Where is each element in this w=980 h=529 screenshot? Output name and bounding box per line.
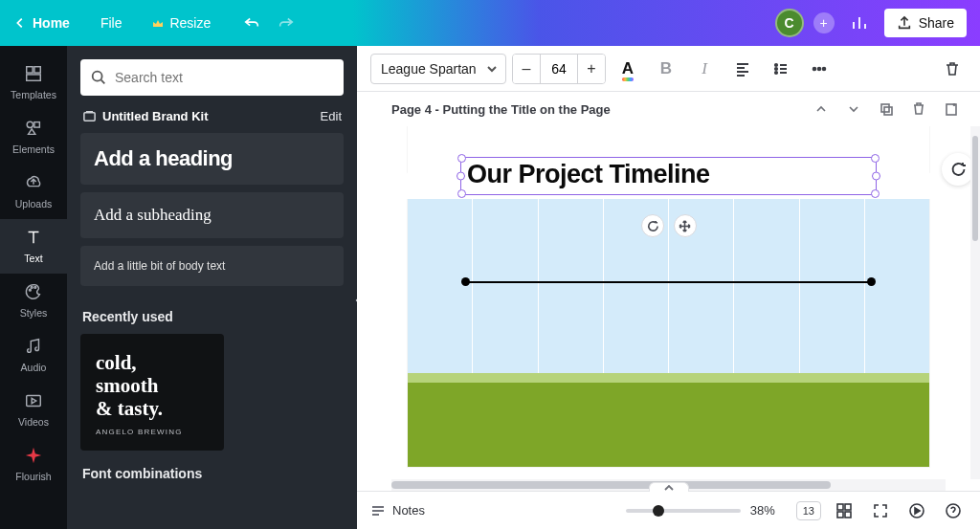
flourish-icon: [23, 445, 44, 466]
zoom-slider[interactable]: [626, 509, 741, 513]
zoom-percent[interactable]: 38%: [750, 503, 787, 518]
resize-handle-tl[interactable]: [457, 154, 466, 163]
regenerate-button[interactable]: [942, 153, 974, 186]
text-color-button[interactable]: A: [612, 54, 644, 84]
title-text[interactable]: Our Project Timeline: [461, 158, 876, 191]
grid-view-button[interactable]: [831, 497, 858, 524]
svg-rect-22: [837, 512, 843, 518]
rail-elements[interactable]: Elements: [0, 110, 67, 165]
fullscreen-button[interactable]: [867, 497, 894, 524]
font-name-label: League Spartan: [381, 61, 477, 77]
home-label: Home: [33, 15, 70, 31]
page-label: Page 4 - Putting the Title on the Page: [391, 102, 611, 117]
list-button[interactable]: [765, 54, 797, 84]
file-menu[interactable]: File: [87, 0, 136, 46]
present-button[interactable]: [903, 497, 930, 524]
svg-rect-4: [34, 122, 39, 127]
search-input[interactable]: [115, 70, 334, 85]
vertical-scrollbar[interactable]: [970, 126, 980, 479]
zoom-slider-thumb[interactable]: [653, 505, 664, 517]
file-label: File: [100, 15, 122, 31]
page-move-down[interactable]: [844, 99, 863, 119]
page-count-chip[interactable]: 13: [796, 501, 821, 520]
rotate-handle[interactable]: [641, 214, 664, 237]
user-avatar[interactable]: C: [775, 9, 804, 37]
resize-handle-tr[interactable]: [871, 154, 880, 163]
home-button[interactable]: Home: [0, 0, 83, 46]
bold-icon: B: [660, 59, 672, 78]
resize-menu[interactable]: Resize: [139, 0, 224, 46]
page-move-up[interactable]: [812, 99, 831, 119]
rail-flourish[interactable]: Flourish: [0, 437, 67, 492]
grid-icon: [835, 502, 853, 519]
move-handle[interactable]: [674, 214, 697, 237]
svg-rect-0: [27, 67, 33, 73]
rail-audio[interactable]: Audio: [0, 328, 67, 383]
edit-brand-kit[interactable]: Edit: [321, 109, 342, 123]
vscroll-thumb[interactable]: [972, 136, 978, 241]
recent-line-3: & tasty.: [96, 397, 209, 420]
trash-icon: [944, 60, 961, 77]
svg-point-14: [813, 67, 816, 70]
share-button[interactable]: Share: [884, 9, 967, 37]
rail-templates[interactable]: Templates: [0, 55, 67, 110]
timeline-end-dot: [867, 277, 876, 286]
title-text-element[interactable]: Our Project Timeline: [460, 157, 877, 195]
undo-button[interactable]: [241, 12, 262, 33]
timeline-line[interactable]: [463, 281, 874, 283]
rail-styles[interactable]: Styles: [0, 274, 67, 328]
page-delete[interactable]: [909, 99, 928, 119]
bold-button[interactable]: B: [650, 54, 682, 84]
insights-button[interactable]: [844, 8, 875, 38]
page-drawer-toggle[interactable]: [649, 482, 689, 492]
hscroll-thumb[interactable]: [391, 481, 831, 489]
font-size-increase[interactable]: +: [578, 55, 605, 83]
recent-line-2: smooth: [96, 374, 209, 397]
font-size-decrease[interactable]: –: [513, 55, 540, 83]
resize-handle-br[interactable]: [871, 189, 880, 198]
resize-handle-right[interactable]: [872, 172, 880, 181]
videos-icon: [23, 390, 44, 411]
rail-text[interactable]: Text: [0, 219, 67, 274]
redo-button[interactable]: [276, 12, 297, 33]
design-page[interactable]: Our Project Timeline: [408, 126, 929, 467]
crown-icon: [152, 17, 164, 29]
notes-button[interactable]: Notes: [370, 503, 425, 518]
help-button[interactable]: [940, 497, 967, 524]
more-options-button[interactable]: [803, 54, 835, 84]
resize-handle-left[interactable]: [457, 172, 465, 181]
bottom-bar: Notes 38% 13: [357, 491, 980, 529]
font-family-select[interactable]: League Spartan: [370, 54, 506, 84]
rail-text-label: Text: [24, 253, 42, 264]
italic-button[interactable]: I: [688, 54, 721, 84]
text-icon: [23, 227, 44, 248]
add-subheading-label: Add a subheading: [94, 206, 330, 225]
chevron-down-icon: [486, 63, 498, 75]
resize-handle-bl[interactable]: [457, 189, 466, 198]
recent-text-style[interactable]: cold, smooth & tasty. ANGELO BREWING: [80, 334, 224, 451]
align-button[interactable]: [726, 54, 759, 84]
svg-point-7: [34, 287, 36, 289]
rail-uploads[interactable]: Uploads: [0, 165, 67, 219]
search-field[interactable]: [80, 59, 344, 96]
rail-videos[interactable]: Videos: [0, 383, 67, 437]
svg-rect-18: [884, 107, 892, 115]
page-add[interactable]: [942, 99, 961, 119]
svg-rect-10: [84, 113, 95, 121]
rail-uploads-label: Uploads: [15, 198, 53, 209]
svg-rect-17: [881, 104, 889, 112]
add-body-text-button[interactable]: Add a little bit of body text: [80, 246, 344, 286]
delete-element-button[interactable]: [936, 54, 969, 84]
recent-line-1: cold,: [96, 351, 209, 374]
refresh-icon: [949, 161, 967, 178]
recent-brand: ANGELO BREWING: [96, 428, 209, 436]
svg-point-3: [27, 121, 33, 127]
brand-kit-chip[interactable]: Untitled Brand Kit: [82, 109, 209, 123]
font-size-value[interactable]: 64: [540, 55, 578, 83]
svg-point-11: [775, 63, 777, 65]
add-member-button[interactable]: +: [813, 12, 835, 33]
svg-rect-2: [27, 75, 41, 80]
page-duplicate[interactable]: [877, 99, 896, 119]
add-heading-button[interactable]: Add a heading: [80, 133, 344, 185]
add-subheading-button[interactable]: Add a subheading: [80, 192, 344, 238]
